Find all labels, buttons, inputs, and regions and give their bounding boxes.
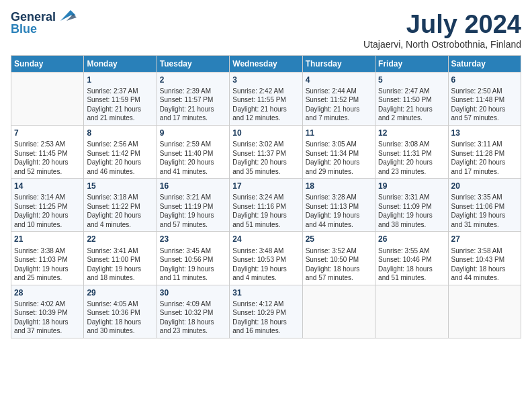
calendar-table: SundayMondayTuesdayWednesdayThursdayFrid… <box>11 55 521 338</box>
day-info: Sunrise: 4:09 AM Sunset: 10:32 PM Daylig… <box>160 300 226 336</box>
day-number: 29 <box>87 287 153 298</box>
day-info: Sunrise: 3:18 AM Sunset: 11:22 PM Daylig… <box>87 193 153 229</box>
calendar-cell: 10Sunrise: 3:02 AM Sunset: 11:37 PM Dayl… <box>230 125 302 178</box>
day-number: 1 <box>87 75 153 85</box>
day-number: 19 <box>378 181 445 191</box>
day-info: Sunrise: 2:59 AM Sunset: 11:40 PM Daylig… <box>160 140 226 176</box>
calendar-cell: 2Sunrise: 2:39 AM Sunset: 11:57 PM Dayli… <box>157 72 229 125</box>
calendar-cell: 6Sunrise: 2:50 AM Sunset: 11:48 PM Dayli… <box>448 72 521 125</box>
calendar-cell: 22Sunrise: 3:41 AM Sunset: 11:00 PM Dayl… <box>84 232 157 285</box>
day-info: Sunrise: 4:05 AM Sunset: 10:36 PM Daylig… <box>87 300 153 336</box>
day-number: 24 <box>232 234 299 244</box>
day-info: Sunrise: 3:14 AM Sunset: 11:25 PM Daylig… <box>14 193 81 229</box>
day-number: 10 <box>232 128 299 138</box>
day-info: Sunrise: 3:24 AM Sunset: 11:16 PM Daylig… <box>232 193 299 229</box>
day-number: 12 <box>378 128 445 138</box>
day-number: 20 <box>451 181 518 191</box>
day-number: 23 <box>160 234 226 244</box>
calendar-cell: 14Sunrise: 3:14 AM Sunset: 11:25 PM Dayl… <box>11 179 84 232</box>
day-number: 2 <box>160 75 226 85</box>
day-number: 11 <box>306 128 372 138</box>
day-info: Sunrise: 3:08 AM Sunset: 11:31 PM Daylig… <box>378 140 445 176</box>
calendar-cell: 11Sunrise: 3:05 AM Sunset: 11:34 PM Dayl… <box>302 125 375 178</box>
calendar-cell: 21Sunrise: 3:38 AM Sunset: 11:03 PM Dayl… <box>11 232 84 285</box>
day-number: 17 <box>232 181 299 191</box>
day-info: Sunrise: 3:55 AM Sunset: 10:46 PM Daylig… <box>378 246 445 283</box>
day-number: 9 <box>160 128 226 138</box>
day-info: Sunrise: 4:12 AM Sunset: 10:29 PM Daylig… <box>232 300 299 336</box>
day-number: 25 <box>306 234 372 244</box>
calendar-cell: 24Sunrise: 3:48 AM Sunset: 10:53 PM Dayl… <box>230 232 302 285</box>
calendar-header-row: SundayMondayTuesdayWednesdayThursdayFrid… <box>11 55 521 72</box>
day-info: Sunrise: 2:47 AM Sunset: 11:50 PM Daylig… <box>378 87 445 123</box>
day-info: Sunrise: 3:02 AM Sunset: 11:37 PM Daylig… <box>232 140 299 176</box>
day-info: Sunrise: 4:02 AM Sunset: 10:39 PM Daylig… <box>14 300 81 336</box>
calendar-cell: 12Sunrise: 3:08 AM Sunset: 11:31 PM Dayl… <box>375 125 448 178</box>
calendar-cell: 26Sunrise: 3:55 AM Sunset: 10:46 PM Dayl… <box>375 232 448 285</box>
logo-blue: Blue <box>11 23 37 35</box>
day-number: 8 <box>87 128 153 138</box>
day-header-saturday: Saturday <box>448 55 521 72</box>
day-info: Sunrise: 3:35 AM Sunset: 11:06 PM Daylig… <box>451 193 518 229</box>
day-number: 14 <box>14 181 81 191</box>
day-number: 21 <box>14 234 81 244</box>
calendar-cell: 23Sunrise: 3:45 AM Sunset: 10:56 PM Dayl… <box>157 232 229 285</box>
day-info: Sunrise: 3:48 AM Sunset: 10:53 PM Daylig… <box>232 246 299 283</box>
day-info: Sunrise: 3:38 AM Sunset: 11:03 PM Daylig… <box>14 246 81 283</box>
calendar-cell: 20Sunrise: 3:35 AM Sunset: 11:06 PM Dayl… <box>448 179 521 232</box>
day-header-monday: Monday <box>84 55 157 72</box>
calendar-cell: 17Sunrise: 3:24 AM Sunset: 11:16 PM Dayl… <box>230 179 302 232</box>
day-info: Sunrise: 3:45 AM Sunset: 10:56 PM Daylig… <box>160 246 226 283</box>
calendar-cell: 19Sunrise: 3:31 AM Sunset: 11:09 PM Dayl… <box>375 179 448 232</box>
day-info: Sunrise: 3:58 AM Sunset: 10:43 PM Daylig… <box>451 246 518 283</box>
logo-general: General <box>11 11 56 23</box>
day-header-wednesday: Wednesday <box>230 55 302 72</box>
month-title: July 2024 <box>363 11 521 39</box>
calendar-cell <box>448 285 521 338</box>
calendar-cell <box>375 285 448 338</box>
day-header-friday: Friday <box>375 55 448 72</box>
calendar-week-3: 14Sunrise: 3:14 AM Sunset: 11:25 PM Dayl… <box>11 179 521 232</box>
day-info: Sunrise: 2:50 AM Sunset: 11:48 PM Daylig… <box>451 87 518 123</box>
calendar-week-2: 7Sunrise: 2:53 AM Sunset: 11:45 PM Dayli… <box>11 125 521 178</box>
day-number: 18 <box>306 181 372 191</box>
day-info: Sunrise: 3:41 AM Sunset: 11:00 PM Daylig… <box>87 246 153 283</box>
location-subtitle: Utajaervi, North Ostrobothnia, Finland <box>363 39 521 50</box>
title-area: July 2024 Utajaervi, North Ostrobothnia,… <box>363 11 521 50</box>
day-number: 30 <box>160 287 226 298</box>
day-number: 28 <box>14 287 81 298</box>
day-info: Sunrise: 2:53 AM Sunset: 11:45 PM Daylig… <box>14 140 81 176</box>
calendar-cell: 7Sunrise: 2:53 AM Sunset: 11:45 PM Dayli… <box>11 125 84 178</box>
calendar-cell: 1Sunrise: 2:37 AM Sunset: 11:59 PM Dayli… <box>84 72 157 125</box>
day-number: 13 <box>451 128 518 138</box>
calendar-cell: 9Sunrise: 2:59 AM Sunset: 11:40 PM Dayli… <box>157 125 229 178</box>
day-number: 27 <box>451 234 518 244</box>
day-number: 5 <box>378 75 445 85</box>
page-header: General Blue July 2024 Utajaervi, North … <box>11 11 521 50</box>
day-number: 3 <box>232 75 299 85</box>
day-number: 26 <box>378 234 445 244</box>
calendar-cell <box>11 72 84 125</box>
calendar-week-5: 28Sunrise: 4:02 AM Sunset: 10:39 PM Dayl… <box>11 285 521 338</box>
day-number: 4 <box>306 75 372 85</box>
calendar-cell: 29Sunrise: 4:05 AM Sunset: 10:36 PM Dayl… <box>84 285 157 338</box>
day-info: Sunrise: 2:39 AM Sunset: 11:57 PM Daylig… <box>160 87 226 123</box>
calendar-cell: 8Sunrise: 2:56 AM Sunset: 11:42 PM Dayli… <box>84 125 157 178</box>
day-number: 31 <box>232 287 299 298</box>
day-info: Sunrise: 3:05 AM Sunset: 11:34 PM Daylig… <box>306 140 372 176</box>
day-header-sunday: Sunday <box>11 55 84 72</box>
day-info: Sunrise: 2:44 AM Sunset: 11:52 PM Daylig… <box>306 87 372 123</box>
calendar-cell: 15Sunrise: 3:18 AM Sunset: 11:22 PM Dayl… <box>84 179 157 232</box>
day-info: Sunrise: 2:37 AM Sunset: 11:59 PM Daylig… <box>87 87 153 123</box>
day-number: 22 <box>87 234 153 244</box>
calendar-body: 1Sunrise: 2:37 AM Sunset: 11:59 PM Dayli… <box>11 72 521 338</box>
calendar-cell: 31Sunrise: 4:12 AM Sunset: 10:29 PM Dayl… <box>230 285 302 338</box>
calendar-cell: 4Sunrise: 2:44 AM Sunset: 11:52 PM Dayli… <box>302 72 375 125</box>
calendar-week-1: 1Sunrise: 2:37 AM Sunset: 11:59 PM Dayli… <box>11 72 521 125</box>
logo-icon <box>57 9 77 22</box>
day-header-tuesday: Tuesday <box>157 55 229 72</box>
calendar-cell: 16Sunrise: 3:21 AM Sunset: 11:19 PM Dayl… <box>157 179 229 232</box>
calendar-week-4: 21Sunrise: 3:38 AM Sunset: 11:03 PM Dayl… <box>11 232 521 285</box>
day-number: 6 <box>451 75 518 85</box>
day-info: Sunrise: 3:11 AM Sunset: 11:28 PM Daylig… <box>451 140 518 176</box>
